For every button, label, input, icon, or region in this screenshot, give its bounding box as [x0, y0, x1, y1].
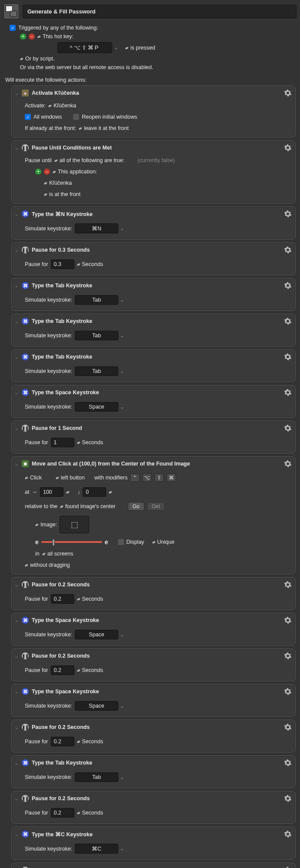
action-card[interactable]: ⌵ ❚❚ Pause for 0.2 Seconds Pause for 0.2… — [11, 863, 296, 868]
add-trigger-button[interactable]: + — [20, 33, 26, 40]
disclosure-icon[interactable]: ⌵ — [14, 319, 19, 324]
macro-icon[interactable] — [3, 3, 19, 19]
keystroke-field[interactable]: Tab — [75, 366, 118, 376]
hotkey-field[interactable]: ^⌥⇧⌘P — [57, 42, 112, 53]
action-card[interactable]: ⌵ ⌘ Type the Tab Keystroke Simulate keys… — [11, 278, 296, 311]
y-field[interactable]: 0 — [83, 487, 106, 497]
pause-unit-stepper[interactable]: ▴▾ — [77, 668, 80, 672]
action-card[interactable]: ⌵ ⌘ Type the Tab Keystroke Simulate keys… — [11, 755, 296, 788]
gear-icon[interactable] — [284, 652, 292, 660]
pause-unit-stepper[interactable]: ▴▾ — [77, 597, 80, 601]
action-card[interactable]: ⌵ ⌘ Type the ⌘N Keystroke Simulate keyst… — [11, 206, 296, 239]
action-card[interactable]: ⌵ ✱ Move and Click at (100,0) from the C… — [11, 456, 296, 574]
keystroke-field[interactable]: ⌘N — [75, 223, 118, 233]
disclosure-icon[interactable]: ⌵ — [14, 390, 19, 395]
gear-icon[interactable] — [284, 282, 292, 289]
disclosure-icon[interactable]: ⌵ — [14, 796, 19, 801]
action-card[interactable]: ⌵ ⌘ Type the Space Keystroke Simulate ke… — [11, 684, 296, 717]
gear-icon[interactable] — [284, 246, 292, 254]
action-card[interactable]: ⌵ ⌘ Type the Space Keystroke Simulate ke… — [11, 613, 296, 645]
action-card[interactable]: ⌵ ❚❚ Pause for 0.2 Seconds Pause for 0.2… — [11, 720, 296, 752]
display-checkbox[interactable]: ✓ — [118, 539, 124, 545]
pause-value-field[interactable]: 0.2 — [51, 737, 74, 746]
remove-trigger-button[interactable]: – — [29, 33, 35, 40]
screens-stepper[interactable]: ▴▾ — [42, 552, 45, 556]
keystroke-menu[interactable]: ⌵ — [121, 298, 123, 303]
gear-icon[interactable] — [284, 460, 292, 468]
pause-unit-stepper[interactable]: ▴▾ — [77, 262, 80, 266]
disclosure-icon[interactable]: ⌵ — [14, 91, 19, 96]
gear-icon[interactable] — [284, 759, 292, 767]
gear-icon[interactable] — [284, 353, 292, 361]
disclosure-icon[interactable]: ⌵ — [14, 355, 19, 359]
pause-value-field[interactable]: 1 — [51, 438, 74, 447]
action-card[interactable]: ⌵ ❚❚ Pause for 0.2 Seconds Pause for 0.2… — [11, 577, 296, 610]
click-stepper[interactable]: ▴▾ — [25, 476, 27, 480]
disclosure-icon[interactable]: ⌵ — [14, 582, 19, 587]
mod-shift[interactable]: ⇧ — [154, 473, 164, 482]
disclosure-icon[interactable]: ⌵ — [14, 654, 19, 658]
action-card[interactable]: ⌵ ❚❚ Pause for 0.2 Seconds Pause for 0.2… — [11, 791, 296, 824]
gear-icon[interactable] — [284, 866, 292, 868]
pause-value-field[interactable]: 0.3 — [51, 259, 74, 269]
hotkey-cond-stepper[interactable]: ▴▾ — [125, 46, 128, 50]
image-stepper[interactable]: ▴▾ — [35, 522, 38, 527]
keystroke-field[interactable]: Tab — [75, 772, 118, 782]
gear-icon[interactable] — [284, 89, 292, 97]
y-stepper[interactable]: ▴▾ — [109, 490, 111, 494]
mod-opt[interactable]: ⌥ — [142, 473, 152, 482]
gear-icon[interactable] — [284, 795, 292, 802]
gear-icon[interactable] — [284, 688, 292, 695]
disclosure-icon[interactable]: ⌵ — [14, 725, 19, 730]
add-cond-button[interactable]: + — [35, 169, 41, 175]
go-button[interactable]: Go — [128, 502, 144, 511]
disclosure-icon[interactable]: ⌵ — [14, 462, 19, 466]
remove-cond-button[interactable]: – — [44, 169, 50, 175]
enabled-checkbox[interactable]: ✓ — [10, 25, 16, 31]
keystroke-menu[interactable]: ⌵ — [121, 704, 123, 708]
disclosure-icon[interactable]: ⌵ — [14, 689, 19, 694]
keystroke-menu[interactable]: ⌵ — [121, 846, 123, 851]
macro-name-field[interactable]: Generate & Fill Password — [23, 5, 297, 18]
mod-ctrl[interactable]: ⌃ — [130, 473, 140, 482]
gear-icon[interactable] — [284, 830, 292, 838]
hotkey-menu[interactable]: ⌵ — [115, 45, 117, 50]
gear-icon[interactable] — [284, 389, 292, 396]
gear-icon[interactable] — [284, 616, 292, 624]
keystroke-menu[interactable]: ⌵ — [121, 632, 123, 637]
keystroke-menu[interactable]: ⌵ — [121, 775, 123, 780]
keystroke-menu[interactable]: ⌵ — [121, 405, 123, 409]
keystroke-field[interactable]: Space — [75, 402, 118, 412]
action-card[interactable]: ⌵ ⌘ Type the Tab Keystroke Simulate keys… — [11, 349, 296, 382]
button-stepper[interactable]: ▴▾ — [56, 476, 58, 480]
cond-rel-stepper[interactable]: ▴▾ — [44, 192, 47, 196]
unique-stepper[interactable]: ▴▾ — [152, 540, 155, 544]
action-card[interactable]: ⌵ ⟐ Activate Kľúčenka Activate: ▴▾Kľúčen… — [11, 86, 296, 137]
cond-type-stepper[interactable]: ▴▾ — [53, 170, 55, 174]
relative-stepper[interactable]: ▴▾ — [60, 504, 63, 509]
or-stepper[interactable]: ▴▾ — [20, 57, 23, 61]
keystroke-field[interactable]: Tab — [75, 331, 118, 340]
keystroke-field[interactable]: Space — [75, 701, 118, 711]
pause-unit-stepper[interactable]: ▴▾ — [77, 440, 80, 445]
pause-unit-stepper[interactable]: ▴▾ — [77, 739, 80, 744]
disclosure-icon[interactable]: ⌵ — [14, 212, 19, 216]
gear-icon[interactable] — [284, 581, 292, 589]
mod-cmd[interactable]: ⌘ — [167, 473, 176, 482]
action-card[interactable]: ⌵ ⌘ Type the Tab Keystroke Simulate keys… — [11, 314, 296, 346]
x-stepper[interactable]: ▴▾ — [66, 490, 69, 494]
action-card[interactable]: ⌵ ❚❚ Pause for 0.2 Seconds Pause for 0.2… — [11, 649, 296, 681]
disclosure-icon[interactable]: ⌵ — [14, 248, 19, 253]
gear-icon[interactable] — [284, 424, 292, 432]
disclosure-icon[interactable]: ⌵ — [14, 283, 19, 288]
pause-value-field[interactable]: 0.2 — [51, 594, 74, 604]
gear-icon[interactable] — [284, 723, 292, 731]
fuzz-slider[interactable] — [41, 541, 102, 543]
gear-icon[interactable] — [284, 210, 292, 218]
keystroke-menu[interactable]: ⌵ — [121, 226, 123, 231]
keystroke-menu[interactable]: ⌵ — [121, 333, 123, 338]
keystroke-field[interactable]: Space — [75, 630, 118, 639]
disclosure-icon[interactable]: ⌵ — [14, 761, 19, 765]
drag-stepper[interactable]: ▴▾ — [25, 563, 27, 567]
pause-unit-stepper[interactable]: ▴▾ — [77, 811, 80, 815]
